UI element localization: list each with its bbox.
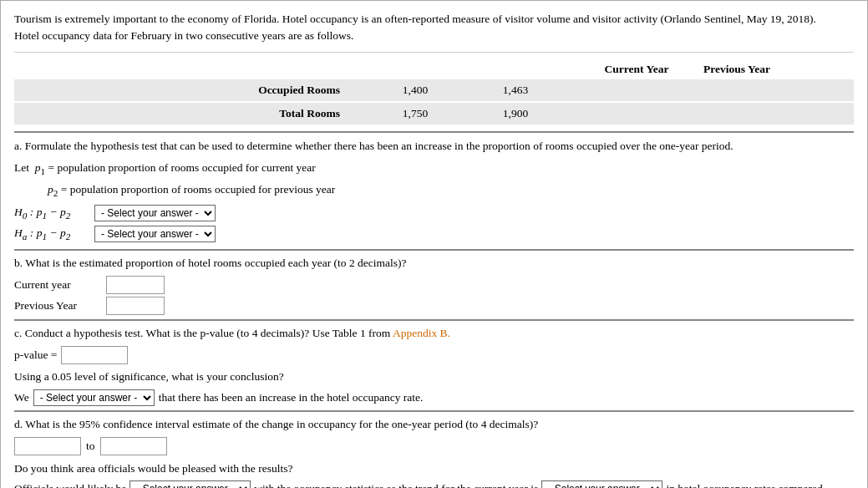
- significance-text: Using a 0.05 level of significance, what…: [14, 369, 854, 385]
- intro-line2: Hotel occupancy data for February in two…: [14, 29, 353, 42]
- pvalue-input[interactable]: [61, 346, 128, 364]
- section-d-text: d. What is the 95% confidence interval e…: [14, 416, 854, 433]
- occupied-rooms-label: Occupied Rooms: [14, 82, 365, 99]
- pleased-text: Do you think area officials would be ple…: [14, 460, 854, 477]
- intro-line1: Tourism is extremely important to the ec…: [14, 13, 816, 25]
- conclusion-row: We - Select your answer - reject H₀ cann…: [14, 389, 854, 406]
- pvalue-row: p-value =: [14, 346, 854, 364]
- section-b-text: b. What is the estimated proportion of h…: [14, 255, 854, 272]
- officials-row: Officials would likely be - Select your …: [14, 480, 854, 488]
- previous-year-input[interactable]: [106, 297, 165, 315]
- trend-select[interactable]: - Select your answer - lower higher the …: [541, 480, 662, 488]
- section-d: d. What is the 95% confidence interval e…: [14, 410, 854, 488]
- h0-select[interactable]: - Select your answer - ≤ 0 = 0 ≥ 0 > 0 <…: [94, 205, 216, 221]
- h0-label: H0 : p1 − p2: [14, 204, 89, 223]
- section-a-text: a. Formulate the hypothesis test that ca…: [14, 138, 854, 155]
- total-previous: 1,900: [465, 105, 566, 122]
- conclusion-select[interactable]: - Select your answer - reject H₀ cannot …: [33, 389, 155, 406]
- current-year-input[interactable]: [106, 276, 165, 294]
- section-c-text: c. Conduct a hypothesis test. What is th…: [14, 325, 854, 342]
- let-p1-text: Let p1 = population proportion of rooms …: [14, 160, 854, 179]
- ci-row: to: [14, 437, 854, 455]
- table-header: Current Year Previous Year: [14, 61, 854, 78]
- previous-year-row: Previous Year: [14, 297, 854, 315]
- section-b: b. What is the estimated proportion of h…: [14, 249, 854, 315]
- conclusion-suffix: that there has been an increase in the h…: [159, 389, 424, 406]
- section-a: a. Formulate the hypothesis test that ca…: [14, 131, 854, 244]
- ci-upper-input[interactable]: [100, 437, 167, 455]
- intro-paragraph: Tourism is extremely important to the ec…: [14, 11, 854, 53]
- officials-prefix: Officials would likely be: [14, 480, 126, 488]
- col-previous-year: Previous Year: [687, 61, 787, 78]
- trend-suffix: in hotel occupancy rates compared: [666, 480, 822, 488]
- total-current: 1,750: [365, 105, 465, 122]
- appendix-link[interactable]: Appendix B.: [393, 327, 450, 339]
- h0-row: H0 : p1 − p2 - Select your answer - ≤ 0 …: [14, 204, 854, 223]
- section-c: c. Conduct a hypothesis test. What is th…: [14, 319, 854, 406]
- current-year-label: Current year: [14, 277, 106, 293]
- data-table-container: Current Year Previous Year Occupied Room…: [14, 61, 854, 125]
- ha-select[interactable]: - Select your answer - > 0 < 0 ≠ 0 ≤ 0 =…: [94, 226, 216, 242]
- occupied-rooms-row: Occupied Rooms 1,400 1,463: [14, 79, 854, 101]
- ha-row: Ha : p1 − p2 - Select your answer - > 0 …: [14, 225, 854, 244]
- pvalue-label: p-value =: [14, 347, 57, 363]
- let-p2-text: p2 = population proportion of rooms occu…: [14, 181, 854, 201]
- to-text: to: [86, 438, 95, 455]
- trend-text: with the occupancy statistics as the tre…: [254, 480, 538, 488]
- total-rooms-label: Total Rooms: [14, 105, 365, 122]
- occupied-previous: 1,463: [465, 82, 566, 99]
- we-text: We: [14, 389, 29, 406]
- previous-year-label: Previous Year: [14, 297, 106, 314]
- ci-lower-input[interactable]: [14, 437, 81, 455]
- main-page: Tourism is extremely important to the ec…: [0, 0, 868, 488]
- col-current-year: Current Year: [586, 61, 687, 78]
- total-rooms-row: Total Rooms 1,750 1,900: [14, 103, 854, 125]
- officials-select[interactable]: - Select your answer - pleased displease…: [129, 480, 251, 488]
- occupied-current: 1,400: [365, 82, 465, 99]
- current-year-row: Current year: [14, 276, 854, 294]
- ha-label: Ha : p1 − p2: [14, 225, 89, 244]
